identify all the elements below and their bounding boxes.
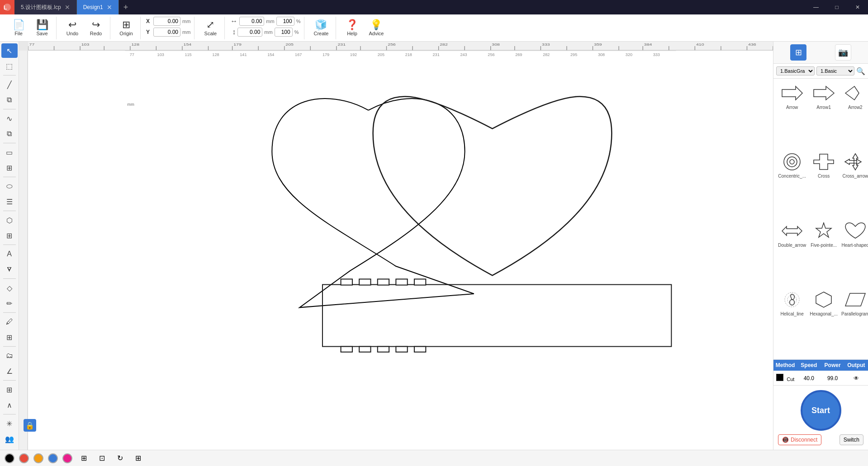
bottom-tool-1[interactable]: ⊞ (77, 452, 90, 465)
save-button[interactable]: 💾 Save (31, 18, 53, 38)
shape-concentric[interactable]: Concentric_... (778, 152, 806, 217)
shape-hexagonal[interactable]: Hexagonal_... (810, 290, 838, 355)
shapes-panel-button[interactable]: ⊞ (790, 44, 806, 61)
create-button[interactable]: 🧊 Create (309, 18, 333, 38)
color-orange[interactable] (33, 453, 43, 463)
tab-design1[interactable]: Design1 ✕ (77, 0, 119, 14)
canvas-content[interactable]: 77 103 115 128 141 154 167 179 192 205 2… (28, 51, 773, 450)
redo-button[interactable]: ↪ Redo (85, 18, 107, 38)
svg-text:179: 179 (233, 42, 242, 47)
panel-dropdowns: 1.BasicGra 1.Basic 🔍 (773, 64, 868, 79)
help-button[interactable]: ❓ Help (341, 18, 363, 38)
speed-header: Speed (797, 360, 821, 371)
color-pink[interactable] (62, 453, 72, 463)
file-button[interactable]: 📄 File (7, 18, 30, 38)
curve-tool[interactable]: ∿ (1, 111, 18, 126)
layer-output-cell[interactable]: 👁 (844, 372, 868, 384)
category-dropdown[interactable]: 1.BasicGra (776, 66, 815, 75)
array-tool[interactable]: ⊞ (1, 228, 18, 243)
title-bar: L 5.设计图模板.lcp ✕ Design1 ✕ + — □ ✕ (0, 0, 868, 14)
polygon-tool[interactable]: ⬡ (1, 213, 18, 227)
ellipse-tool[interactable]: ⬭ (1, 179, 18, 193)
bottom-controls: Start 📵 Disconnect Switch (773, 385, 868, 450)
minimize-button[interactable]: — (806, 0, 826, 14)
height-icon: ↕ (232, 28, 236, 36)
panel-search-button[interactable]: 🔍 (856, 67, 865, 75)
height-pct-input[interactable] (275, 28, 293, 37)
shape-cross[interactable]: Cross (810, 152, 838, 217)
tab-design-template[interactable]: 5.设计图模板.lcp ✕ (14, 0, 77, 14)
svg-text:77: 77 (130, 52, 134, 57)
color-red[interactable] (19, 453, 29, 463)
maximize-button[interactable]: □ (826, 0, 847, 14)
shape-heart[interactable]: Heart-shaped (841, 221, 868, 286)
undo-button[interactable]: ↩ Undo (61, 18, 84, 38)
origin-button[interactable]: ⊞ Origin (115, 18, 138, 38)
table-tool[interactable]: ⊞ (1, 382, 18, 397)
align-tool[interactable]: ☰ (1, 194, 18, 209)
angle-tool[interactable]: ∠ (1, 364, 18, 378)
shape-five-pointed[interactable]: Five-pointe... (810, 221, 838, 286)
erase-tool[interactable]: ◇ (1, 281, 18, 295)
width-pct-input[interactable] (276, 17, 294, 26)
advice-button[interactable]: 💡 Advice (364, 18, 388, 38)
layer-table: Method Speed Power Output Cut 40.0 99.0 … (773, 359, 868, 385)
svg-rect-82 (396, 347, 407, 352)
copy-tool[interactable]: ⧉ (1, 93, 18, 107)
dimensions-group: ↔ mm % ↕ mm % (227, 17, 304, 39)
shape-cross-arrow[interactable]: Cross_arrow (841, 152, 868, 217)
shape-arrow2[interactable]: Arrow2 (841, 83, 868, 148)
tab-close-template[interactable]: ✕ (65, 4, 70, 11)
group-tool[interactable]: 👥 (1, 432, 18, 446)
start-button[interactable]: Start (801, 390, 841, 431)
sparkle-tool[interactable]: ✳ (1, 416, 18, 431)
coordinates-group: X mm Y mm (142, 17, 194, 39)
svg-text:333: 333 (653, 52, 660, 57)
mirror-tool[interactable]: ⛛ (1, 262, 18, 277)
canvas-area[interactable]: 7710312815417920523125628230833335938441… (19, 42, 773, 450)
paint-tool[interactable]: 🖊 (1, 315, 18, 329)
subcategory-dropdown[interactable]: 1.Basic (816, 66, 854, 75)
edit-node-tool[interactable]: ✏ (1, 296, 18, 311)
y-input[interactable] (153, 28, 180, 37)
bottom-tool-4[interactable]: ⊞ (131, 452, 145, 465)
shape-double-arrow[interactable]: Double_arrow (778, 221, 806, 286)
text-tool[interactable]: A (1, 247, 18, 261)
layer-row-0[interactable]: Cut 40.0 99.0 👁 (773, 371, 868, 385)
tab-close-design1[interactable]: ✕ (107, 4, 112, 11)
shape-arrow[interactable]: Arrow (778, 83, 806, 148)
rect-tool[interactable]: ▭ (1, 145, 18, 160)
clone-tool[interactable]: ⧉ (1, 127, 18, 141)
height-input[interactable] (237, 28, 262, 37)
grid-tool[interactable]: ⊞ (1, 160, 18, 175)
svg-rect-80 (359, 347, 370, 352)
lock-button[interactable]: 🔒 (24, 419, 36, 432)
layers-tool[interactable]: 🗂 (1, 348, 18, 363)
camera-panel-button[interactable]: 📷 (835, 44, 851, 61)
path-tool[interactable]: ∧ (1, 398, 18, 412)
switch-button[interactable]: Switch (840, 434, 863, 445)
shape-parallelogram[interactable]: Parallelogram (841, 290, 868, 355)
disconnect-button[interactable]: 📵 Disconnect (778, 434, 821, 445)
undo-icon: ↩ (68, 20, 76, 30)
add-tab-button[interactable]: + (119, 3, 133, 12)
toolbar: 📄 File 💾 Save ↩ Undo ↪ Redo ⊞ Origin X m… (0, 14, 868, 42)
split-tool[interactable]: ⊞ (1, 330, 18, 344)
shape-arrow1[interactable]: Arrow1 (810, 83, 838, 148)
close-button[interactable]: ✕ (847, 0, 868, 14)
line-tool[interactable]: ╱ (1, 77, 18, 92)
bottom-tool-2[interactable]: ⊡ (95, 452, 109, 465)
color-black[interactable] (5, 453, 14, 463)
shape-helical[interactable]: Helical_line (778, 290, 806, 355)
svg-rect-81 (378, 347, 389, 352)
width-input[interactable] (239, 17, 264, 26)
svg-text:115: 115 (185, 52, 191, 57)
select-tool[interactable]: ↖ (1, 43, 18, 58)
scale-button[interactable]: ⤢ Scale (199, 18, 222, 38)
scale-icon: ⤢ (206, 20, 214, 30)
x-input[interactable] (153, 17, 180, 26)
color-blue[interactable] (48, 453, 58, 463)
bottom-tool-3[interactable]: ↻ (113, 452, 127, 465)
edit-tools-group: ↩ Undo ↪ Redo (58, 17, 110, 39)
select-region-tool[interactable]: ⬚ (1, 59, 18, 73)
